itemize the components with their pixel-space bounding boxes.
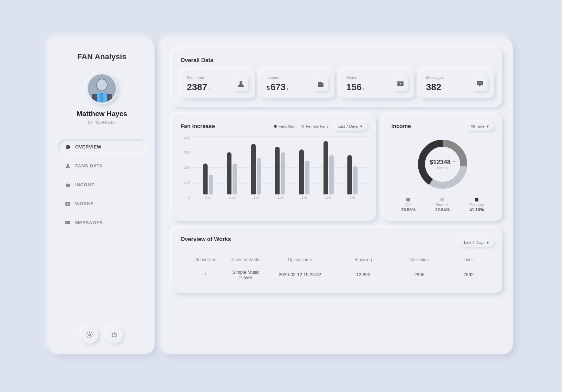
income-legend-basepay-value: 41.10% (469, 207, 484, 212)
sidebar-item-works[interactable]: WORKS (58, 196, 146, 212)
bar-pair-1 (203, 164, 213, 194)
svg-rect-25 (478, 83, 479, 84)
sidebar-item-fans-data[interactable]: FANS DATA (58, 158, 146, 174)
income-dropdown-label: All Time (471, 124, 484, 128)
y-label-300: 300 (181, 151, 190, 155)
sidebar-item-messages[interactable]: MESSAGES (58, 215, 146, 231)
settings-button[interactable] (81, 326, 98, 344)
fan-chart-card: Fan increase Fans Num Female Fans Last 7… (172, 114, 376, 221)
works-dropdown-button[interactable]: Last 7 Days ▼ (460, 238, 494, 247)
y-label-100: 100 (181, 180, 190, 184)
svg-rect-18 (318, 83, 324, 87)
col-likes: Likes (447, 257, 490, 262)
bar-chart-container: 0 100 200 300 400 (181, 136, 367, 206)
legend-fans-num-label: Fans Num (279, 124, 296, 128)
bar-label-3: 2.01 (253, 196, 260, 199)
stat-messages: Messages 382 ↑ (420, 70, 494, 98)
svg-rect-26 (481, 83, 482, 84)
works-dropdown-label: Last 7 Days (464, 240, 484, 245)
works-title: Overview of Works (181, 236, 231, 242)
svg-rect-14 (66, 222, 67, 222)
bar-pair-6 (324, 141, 334, 194)
svg-rect-10 (70, 202, 70, 206)
bar-pair-2 (227, 152, 237, 194)
user-name: Matthew Hayes (77, 110, 128, 118)
income-header: Income All Time ▼ (391, 122, 494, 131)
donut-value: $12348 ↑ (430, 159, 456, 166)
stat-works-icon (393, 77, 408, 91)
stat-fans-icon (234, 77, 248, 91)
folder-icon (65, 182, 71, 188)
income-legend-basepay: Base pay 41.10% (469, 198, 484, 212)
sidebar-item-overview[interactable]: OVERVIEW (58, 139, 146, 155)
bar-group-2: 2.01 (227, 152, 237, 199)
income-legend-dot-rewards (440, 198, 444, 201)
legend-dot-dark (274, 125, 277, 128)
sidebar-item-income[interactable]: INCOME (58, 177, 146, 193)
row-1-likes: 2892 (447, 272, 490, 277)
bar-light-5 (305, 161, 309, 194)
income-legend-dot-ads (406, 198, 410, 201)
donut-label: Income (430, 166, 456, 170)
chart-dropdown-button[interactable]: Last 7 Days ▼ (333, 122, 367, 131)
fan-chart-title: Fan increase (181, 123, 215, 129)
works-table: Serial Num Name of Works Upload Time Bro… (181, 254, 494, 284)
stat-income-value: $ 673 ↑ (267, 82, 288, 93)
stat-works-label: Works (346, 75, 364, 80)
donut-wrapper: $12348 ↑ Income (391, 136, 494, 192)
income-legend-rewards: Rewards 32.54% (435, 198, 450, 212)
chart-dropdown-label: Last 7 Days (338, 124, 358, 128)
bar-label-4: 2.01 (277, 196, 283, 199)
sidebar-item-overview-label: OVERVIEW (75, 144, 102, 150)
bar-label-5: 2.01 (301, 196, 308, 199)
income-chevron-icon: ▼ (486, 124, 490, 128)
overall-data-title: Overall Data (181, 57, 494, 64)
bar-label-6: 2.01 (325, 196, 332, 199)
svg-rect-6 (100, 93, 103, 102)
legend-dot-light (301, 125, 304, 128)
svg-point-7 (67, 164, 69, 166)
film-icon (65, 201, 71, 207)
stat-works: Works 156 ↑ (340, 70, 414, 98)
works-header: Overview of Works Last 7 Days ▼ (181, 236, 494, 249)
bar-group-7: 2.01 (347, 155, 358, 199)
stat-works-value: 156 ↑ (346, 82, 364, 93)
income-legend-ads-label: Ads (401, 203, 416, 207)
donut-chart: $12348 ↑ Income (414, 136, 471, 192)
row-1-upload: 2020-02-12 15:26:32 (265, 272, 335, 277)
col-name: Name of Works (227, 257, 265, 262)
stat-fans-value: 2387 ↑ (187, 82, 210, 93)
row-1-serial: 1 (185, 272, 227, 277)
svg-point-16 (89, 334, 91, 335)
legend-fans-num: Fans Num (274, 124, 296, 128)
col-browsing: Browsing (335, 257, 391, 262)
income-title: Income (391, 123, 411, 129)
chart-legend: Fans Num Female Fans Last 7 Days ▼ (274, 122, 367, 131)
table-header: Serial Num Name of Works Upload Time Bro… (181, 254, 494, 265)
income-dropdown-button[interactable]: All Time ▼ (466, 122, 494, 131)
bar-light-7 (353, 166, 358, 194)
income-legend-rewards-label: Rewards (435, 203, 450, 207)
income-legend-ads: Ads 26.53% (401, 198, 416, 212)
stats-grid: Fans data 2387 ↑ (181, 70, 494, 98)
bar-light-3 (257, 158, 261, 194)
income-legend-rewards-value: 32.54% (435, 207, 450, 212)
bars-area: 2.01 2.01 (193, 136, 367, 199)
stat-income-icon (313, 77, 328, 91)
stat-messages-value: 382 ↑ (426, 82, 444, 93)
middle-row: Fan increase Fans Num Female Fans Last 7… (172, 114, 502, 221)
bar-label-2: 2.01 (229, 196, 235, 199)
col-serial: Serial Num (185, 257, 227, 262)
legend-female-fans-label: Female Fans (306, 124, 328, 128)
donut-center: $12348 ↑ Income (430, 159, 456, 170)
income-legend: Ads 26.53% Rewards 32.54% Base pay 41.10… (391, 198, 494, 212)
svg-rect-9 (65, 202, 66, 206)
svg-rect-22 (397, 82, 404, 83)
bar-pair-7 (347, 155, 358, 194)
bar-group-6: 2.01 (324, 141, 334, 199)
power-button[interactable] (105, 326, 123, 344)
sidebar: FAN Analysis Matthew Hayes ID: 403948585 (49, 38, 155, 354)
income-legend-basepay-label: Base pay (469, 203, 484, 207)
bar-label-7: 2.01 (349, 196, 356, 199)
overall-data-card: Overall Data Fans data 2387 ↑ (172, 49, 502, 107)
